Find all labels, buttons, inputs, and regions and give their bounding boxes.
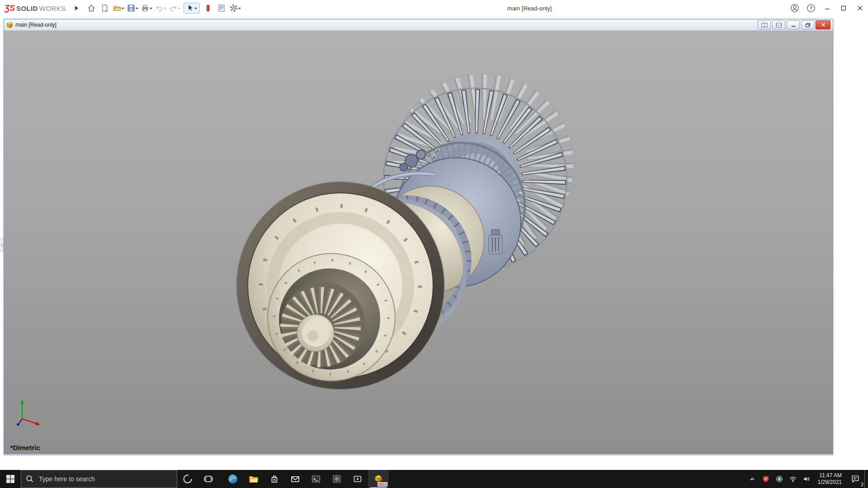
doc-restore-button[interactable] bbox=[801, 20, 814, 29]
file-explorer-app-button[interactable] bbox=[243, 470, 264, 488]
cortana-button[interactable] bbox=[177, 470, 198, 488]
brand-text-solid: SOLID bbox=[16, 5, 38, 12]
view-orientation-label: *Dimetric bbox=[10, 444, 40, 451]
close-app-button[interactable] bbox=[852, 0, 868, 16]
viewport-canvas[interactable] bbox=[4, 31, 833, 454]
brand-text-works: WORKS bbox=[39, 5, 66, 12]
open-button[interactable] bbox=[112, 2, 126, 14]
ds-logo-icon: ƷS bbox=[5, 4, 15, 12]
print-icon bbox=[141, 4, 150, 13]
solidworks-year-badge: 2021 bbox=[377, 482, 387, 487]
help-icon: ? bbox=[807, 4, 816, 13]
options-button[interactable] bbox=[229, 2, 242, 14]
tray-app-button[interactable] bbox=[773, 470, 786, 488]
new-document-button[interactable] bbox=[99, 2, 112, 14]
document-titlebar[interactable]: main [Read-only] bbox=[4, 19, 833, 31]
undo-icon bbox=[155, 4, 164, 13]
network-tray-button[interactable] bbox=[786, 470, 800, 488]
antivirus-tray-button[interactable] bbox=[759, 470, 773, 488]
maximize-icon bbox=[841, 5, 846, 11]
store-app-button[interactable] bbox=[264, 470, 285, 488]
volume-tray-button[interactable] bbox=[800, 470, 813, 488]
account-button[interactable] bbox=[787, 0, 803, 16]
undo-button[interactable] bbox=[154, 2, 168, 14]
task-view-icon bbox=[203, 474, 214, 484]
task-view-button[interactable] bbox=[198, 470, 219, 488]
app-window-controls: ? bbox=[787, 0, 868, 16]
antivirus-shield-icon bbox=[761, 474, 770, 483]
doc-minimize-icon bbox=[791, 23, 796, 27]
doc-close-button[interactable] bbox=[816, 20, 830, 29]
tile-horizontal-button[interactable] bbox=[772, 20, 785, 29]
taskbar-clock[interactable]: 11:47 AM 1/29/2021 bbox=[813, 470, 846, 488]
home-button[interactable] bbox=[85, 2, 98, 14]
edge-browser-icon bbox=[227, 474, 238, 484]
redo-button[interactable] bbox=[168, 2, 182, 14]
report-document-icon bbox=[217, 4, 226, 13]
options-dropdown-icon[interactable] bbox=[238, 8, 241, 11]
media-app-button[interactable] bbox=[347, 470, 368, 488]
mail-app-button[interactable] bbox=[285, 470, 306, 488]
redo-icon bbox=[169, 4, 178, 13]
minimize-button[interactable] bbox=[819, 0, 835, 16]
red-capsule-tool-button[interactable] bbox=[202, 2, 215, 14]
action-center-icon bbox=[850, 474, 860, 484]
chevron-up-icon bbox=[748, 474, 757, 483]
jet-engine-model bbox=[236, 74, 574, 389]
notification-count-badge: 2 bbox=[861, 483, 863, 487]
maximize-button[interactable] bbox=[835, 0, 852, 16]
doc-close-icon bbox=[821, 23, 826, 27]
select-tool-button[interactable] bbox=[184, 3, 200, 14]
pinned-apps: 2021 bbox=[222, 470, 389, 488]
document-window-controls bbox=[758, 20, 830, 29]
doc-minimize-button[interactable] bbox=[787, 20, 800, 29]
tile-horizontal-icon bbox=[776, 23, 782, 28]
dark-tile-app-button[interactable] bbox=[326, 470, 347, 488]
save-icon bbox=[127, 4, 136, 13]
svg-text:?: ? bbox=[810, 5, 813, 11]
settings-gear-icon bbox=[229, 4, 238, 13]
new-document-icon bbox=[100, 4, 109, 13]
action-center-button[interactable]: 2 bbox=[846, 470, 864, 488]
save-dropdown-icon[interactable] bbox=[136, 8, 138, 11]
help-button[interactable]: ? bbox=[803, 0, 819, 16]
assembly-cube-icon bbox=[6, 22, 13, 28]
open-dropdown-icon[interactable] bbox=[122, 8, 124, 11]
app-window-title: main [Read-only] bbox=[507, 5, 552, 12]
mail-envelope-icon bbox=[290, 474, 301, 484]
report-tool-button[interactable] bbox=[215, 2, 228, 14]
clock-time: 11:47 AM bbox=[819, 472, 842, 479]
terminal-app-button[interactable] bbox=[306, 470, 326, 488]
document-title: main [Read-only] bbox=[15, 22, 57, 28]
tile-vertical-button[interactable] bbox=[758, 20, 771, 29]
store-bag-icon bbox=[269, 474, 280, 484]
solidworks-app-button[interactable]: 2021 bbox=[368, 470, 389, 488]
system-tray: 11:47 AM 1/29/2021 2 bbox=[745, 470, 868, 488]
document-window: main [Read-only] bbox=[4, 19, 833, 455]
dark-tile-app-icon bbox=[331, 474, 342, 484]
search-icon bbox=[26, 475, 34, 483]
show-desktop-button[interactable] bbox=[864, 470, 868, 488]
taskbar-search[interactable] bbox=[21, 470, 177, 488]
tray-expand-button[interactable] bbox=[745, 470, 759, 488]
print-dropdown-icon[interactable] bbox=[150, 8, 152, 11]
red-capsule-icon bbox=[203, 4, 212, 13]
start-button[interactable] bbox=[0, 470, 21, 488]
orientation-triad[interactable] bbox=[15, 398, 47, 428]
file-explorer-icon bbox=[248, 474, 259, 484]
menu-expand-arrow-icon[interactable] bbox=[75, 6, 80, 10]
edge-app-button[interactable] bbox=[222, 470, 243, 488]
redo-dropdown-icon[interactable] bbox=[178, 8, 180, 11]
solidworks-logo: ƷS SOLIDWORKS bbox=[0, 4, 69, 12]
home-icon bbox=[87, 4, 96, 13]
undo-dropdown-icon[interactable] bbox=[164, 8, 166, 11]
print-button[interactable] bbox=[140, 2, 154, 14]
search-input[interactable] bbox=[38, 475, 157, 483]
user-avatar-icon bbox=[790, 4, 799, 13]
select-dropdown-icon[interactable] bbox=[194, 8, 197, 11]
minimize-icon bbox=[825, 5, 830, 11]
speaker-icon bbox=[802, 474, 811, 483]
graphics-viewport[interactable]: *Dimetric bbox=[4, 31, 833, 454]
doc-restore-icon bbox=[805, 23, 811, 28]
save-button[interactable] bbox=[126, 2, 140, 14]
